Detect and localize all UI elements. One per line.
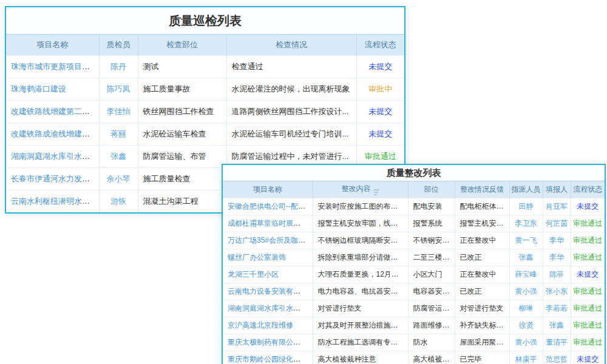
feedback-cell: 配电柜柜体与... [455,198,509,215]
project-name-link[interactable]: 云南水利枢纽潜明水库... [11,197,97,206]
feedback-cell: 屋面采用聚氨... [455,334,509,351]
part-cell: 防水 [408,334,455,351]
assignee-name[interactable]: 徐贤 [519,321,534,329]
col-header-inspection-result: 检查情况 [226,35,356,56]
table-row: 改建铁路成渝线增建第... 蒋丽 水泥砼运输车检查 水泥砼运输车司机经过专门培训… [6,123,404,146]
inspection-part-cell: 防腐管运输、布管 [138,146,226,168]
status-badge: 审批通过 [573,304,602,312]
feedback-cell: 已改正 [455,249,509,266]
table-row: 万达广场35#会所及咖啡厅空... 不锈钢边框玻璃隔断安装不牢... 不锈钢安装… [223,232,605,249]
rectification-list-title: 质量整改列表 [223,165,605,181]
project-name-link[interactable]: 改建铁路成渝线增建第... [11,129,97,138]
table-row: 湖南洞庭湖水库引水工程施工I标 对管进行垫支 防腐管运输... 对管进行垫支 柳… [223,300,605,317]
status-badge: 审批通过 [573,287,602,295]
status-badge: 审批通过 [573,338,602,346]
rectify-content-cell: 报警主机安放牢固，线缆连接... [313,215,408,232]
feedback-cell: 已完毕 [455,351,509,364]
assignee-name[interactable]: 黄小强 [515,338,537,346]
part-cell: 配电安装 [408,198,455,215]
status-badge: 未提交 [368,107,392,116]
col-header-assignee: 指派人员 [509,181,543,198]
inspection-result-cell: 道路两侧铁丝网围挡工作按设计... [226,101,356,123]
col-header-flow-status: 流程状态 [356,35,404,56]
rectify-content-cell: 电力电容器、电抗器安装方案... [313,283,408,300]
col-header-feedback: 整改情况反馈 [455,181,509,198]
reporter-name[interactable]: 陈菲 [549,270,564,278]
project-name-link[interactable]: 重庆市鹅岭公园绿化景观提升... [228,355,313,363]
table-row: 重庆市鹅岭公园绿化景观提升... 高大植被栽种注意 高大植被栽种 已完毕 林康平… [223,351,605,364]
project-name-link[interactable]: 珠海市城市更新项目紫... [11,62,97,71]
status-badge: 审批通过 [573,321,602,329]
rectify-content-cell: 对管进行垫支 [313,300,408,317]
reporter-name[interactable]: 张小东 [546,287,568,295]
feedback-cell: 已改正 [455,283,509,300]
col-header-rectify-content[interactable]: 整改内容 [313,181,408,198]
reporter-name[interactable]: 范思哲 [546,355,568,363]
part-cell: 不锈钢安装... [408,232,455,249]
inspection-part-cell: 水泥砼运输车检查 [138,123,226,146]
part-cell: 小区大门 [408,266,455,283]
project-name-link[interactable]: 万达广场35#会所及咖啡厅空... [228,236,313,244]
project-name-link[interactable]: 改建铁路线增建第二线... [11,107,97,116]
project-name-link[interactable]: 湖南洞庭湖水库引水工... [11,152,97,161]
inspector-name[interactable]: 余小琴 [107,174,131,183]
inspector-name[interactable]: 蒋丽 [110,129,126,138]
project-name-link[interactable]: 珠海鹤港口建设 [11,84,66,93]
rectify-content-cell: 不锈钢边框玻璃隔断安装不牢... [313,232,408,249]
project-name-link[interactable]: 螺丝厂办公室装饰 [228,253,286,261]
reporter-name[interactable]: 李华 [549,253,564,261]
assignee-name[interactable]: 林康平 [515,355,537,363]
project-name-link[interactable]: 成都杜甫草堂临时展厅独立展... [228,219,313,228]
project-name-link[interactable]: 安徽合肥供电公司--配电设备... [228,202,313,211]
rectify-content-cell: 对其及时开展整治措施，桥头... [313,317,408,334]
assignee-name[interactable]: 李卫东 [515,219,537,228]
col-header-inspection-part: 检查部位 [138,35,226,56]
project-name-link[interactable]: 湖南洞庭湖水库引水工程施工I标 [228,304,313,312]
table-row: 重庆太极制药有限公司亳州中... 防水工程施工选调有专业资质... 防水 屋面采… [223,334,605,351]
reporter-name[interactable]: 李若若 [546,304,568,312]
table-row: 云南电力设备安装有限公司20... 电力电容器、电抗器安装方案... 电容器安装… [223,283,605,300]
inspector-name[interactable]: 陈巧凤 [107,84,131,93]
feedback-cell: 正在整改中 [455,232,509,249]
col-header-project-name: 项目名称 [223,181,313,198]
project-name-link[interactable]: 云南电力设备安装有限公司20... [228,287,313,295]
project-name-link[interactable]: 京沪高速北京段维修 [228,321,293,329]
inspection-part-cell: 施工质量事故 [138,78,226,101]
inspector-name[interactable]: 张鑫 [110,152,126,161]
feedback-cell: 报警主机安放... [455,215,509,232]
inspection-result-cell: 水泥砼灌注的时候，出现离析现象 [226,78,356,101]
assignee-name[interactable]: 黄小强 [515,287,537,295]
col-header-flow-status: 流程状态 [571,181,605,198]
inspection-part-cell: 施工质量检查 [138,168,226,190]
assignee-name[interactable]: 柳琳 [519,304,534,312]
inspector-name[interactable]: 陈丹 [110,62,126,71]
assignee-name[interactable]: 张鑫 [519,253,534,261]
table-row: 成都杜甫草堂临时展厅独立展... 报警主机安放牢固，线缆连接... 报警系统 报… [223,215,605,232]
reporter-name[interactable]: 张鑫 [549,321,564,329]
inspector-name[interactable]: 李佳怡 [107,107,131,116]
inspection-part-cell: 测试 [138,56,226,78]
assignee-name[interactable]: 田静 [519,202,534,211]
assignee-name[interactable]: 薛宝峰 [515,270,537,278]
table-row: 珠海鹤港口建设 陈巧凤 施工质量事故 水泥砼灌注的时候，出现离析现象 审批中 [6,78,404,101]
part-cell: 电容器安装... [408,283,455,300]
reporter-name[interactable]: 何芷茵 [546,219,568,228]
rectification-table: 项目名称 整改内容 部位 整改情况反馈 指派人员 填报人 流程状态 安徽合肥供电… [223,181,605,364]
col-header-part: 部位 [408,181,455,198]
reporter-name[interactable]: 李华 [549,236,564,244]
project-name-link[interactable]: 长春市伊通河水力发电... [11,174,97,183]
assignee-name[interactable]: 黄一飞 [515,236,537,244]
inspector-name[interactable]: 游恢 [110,197,126,206]
col-header-reporter: 填报人 [543,181,571,198]
rectify-content-cell: 大理石质量更换，12月31日之... [313,266,408,283]
project-name-link[interactable]: 龙湖三千里小区 [228,270,279,278]
sort-icon[interactable] [374,189,379,195]
reporter-name[interactable]: 肖亚军 [546,202,568,211]
status-badge: 未提交 [368,129,392,138]
status-badge: 审批通过 [573,219,602,228]
rectification-header-row: 项目名称 整改内容 部位 整改情况反馈 指派人员 填报人 流程状态 [223,181,605,198]
reporter-name[interactable]: 董清平 [546,338,568,346]
feedback-cell: 正在整改中 [455,266,509,283]
project-name-link[interactable]: 重庆太极制药有限公司亳州中... [228,338,313,346]
table-row: 安徽合肥供电公司--配电设备... 安装时应按施工图的布置，将... 配电安装 … [223,198,605,215]
